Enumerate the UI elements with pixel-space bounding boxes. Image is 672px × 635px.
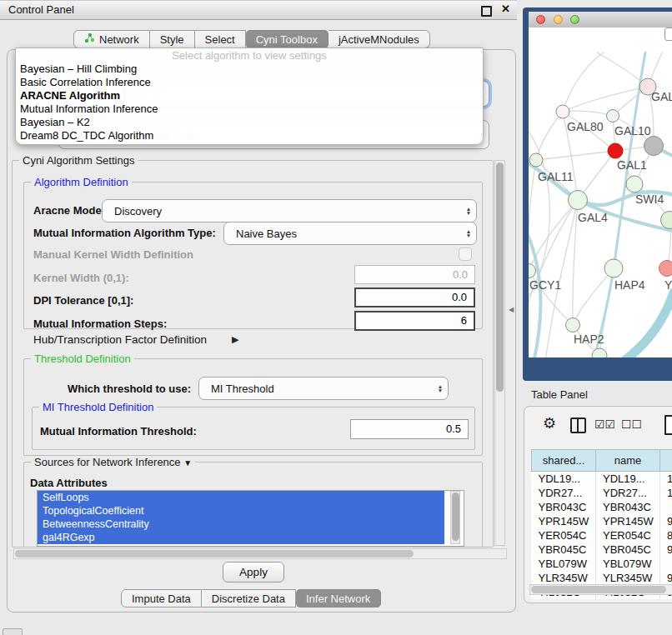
network-scrollbar-fragment[interactable] (664, 28, 672, 41)
bottom-tab-bar: Impute DataDiscretize DataInfer Network (121, 589, 381, 608)
scrollbar-thumb[interactable] (531, 586, 666, 593)
mi-algorithm-type-label: Mutual Information Algorithm Type: (33, 227, 216, 239)
table-row[interactable]: YBR045CYBR045C9. (532, 542, 672, 557)
network-node-label-gal10: GAL10 (614, 124, 651, 138)
mi-threshold-field[interactable]: 0.5 (350, 419, 469, 439)
algorithm-option-mutual-information-inference[interactable]: Mutual Information Inference (16, 102, 483, 116)
kernel-width-field[interactable]: 0.0 (354, 265, 475, 284)
network-node[interactable] (644, 137, 664, 156)
tab-label: Select (205, 33, 235, 46)
network-node-gal1[interactable] (608, 143, 623, 158)
sources-title[interactable]: Sources for Network Inference ▼ (31, 456, 195, 468)
collapsed-arrow-icon[interactable]: ▶ (232, 334, 238, 345)
panel-splitter-collapse-icon[interactable]: ◀ (509, 306, 514, 313)
top-tab-bar: NetworkStyleSelectCyni ToolboxjActiveMNo… (73, 30, 430, 48)
tab-infer-network[interactable]: Infer Network (296, 589, 381, 608)
attribute-item-selfloops[interactable]: SelfLoops (38, 491, 444, 504)
scrollbar-thumb[interactable] (452, 492, 459, 541)
tab-style[interactable]: Style (150, 30, 195, 48)
network-node-gal11[interactable] (529, 153, 543, 167)
table-horizontal-scrollbar[interactable] (529, 584, 672, 595)
control-panel-title: Control Panel (8, 1, 74, 19)
gear-icon[interactable]: ⚙ (543, 414, 556, 432)
column-header-name[interactable]: name (596, 450, 660, 472)
control-panel-titlebar: Control Panel ✕ (0, 0, 517, 20)
network-view-canvas[interactable]: GAL8GAL80GAL10GAL1GAL11SWI4GAL4GCY1HAP4Y… (529, 28, 672, 358)
table-cell: 9. (660, 514, 672, 528)
scrollbar-thumb[interactable] (15, 550, 414, 558)
attribute-item-topologicalcoefficient[interactable]: TopologicalCoefficient (38, 504, 444, 518)
network-node-swi4[interactable] (626, 176, 643, 192)
attribute-item-betweennesscentrality[interactable]: BetweennessCentrality (38, 518, 444, 531)
table-row[interactable]: YER054CYER054C8. (532, 528, 672, 542)
attributes-list-scrollbar[interactable] (450, 491, 460, 544)
table-cell: 9. (660, 542, 672, 557)
network-node-label-hap4: HAP4 (614, 278, 645, 292)
dpi-tolerance-field[interactable]: 0.0 (354, 288, 475, 308)
zoom-traffic-light-icon[interactable] (570, 15, 579, 24)
network-node-hap2[interactable] (566, 318, 580, 332)
hub-definition-label[interactable]: Hub/Transcription Factor Definition (33, 333, 207, 346)
minimize-traffic-light-icon[interactable] (554, 15, 563, 24)
manual-kernel-width-label: Manual Kernel Width Definition (33, 248, 193, 261)
attribute-item-gal4rgexp[interactable]: gal4RGexp (38, 531, 444, 544)
algorithm-option-dream8-dc-tdc-algorithm[interactable]: Dream8 DC_TDC Algorithm (16, 129, 483, 142)
mi-steps-label: Mutual Information Steps: (33, 318, 167, 330)
table-row[interactable]: YDR27...YDR27...12 (532, 486, 672, 500)
file-icon[interactable] (664, 415, 672, 435)
algorithm-option-basic-correlation-inference[interactable]: Basic Correlation Inference (16, 76, 483, 89)
algorithm-option-bayesian-hill-climbing[interactable]: Bayesian – Hill Climbing (16, 62, 483, 76)
table-panel-title: Table Panel (531, 388, 588, 401)
tab-network[interactable]: Network (73, 30, 150, 48)
close-icon[interactable]: ✕ (501, 2, 510, 15)
aracne-mode-combobox[interactable]: Discovery ▲▼ (102, 199, 477, 222)
scrollbar-thumb[interactable] (496, 162, 504, 392)
table-header-row[interactable]: shared...nameA (532, 450, 672, 472)
network-node-hap4[interactable] (604, 259, 623, 278)
network-node-y[interactable] (659, 261, 672, 277)
select-all-icon[interactable]: ☑☑ (594, 418, 615, 431)
network-node[interactable] (661, 212, 672, 229)
network-node-label-swi4: SWI4 (635, 192, 664, 206)
window-fragment (3, 628, 23, 635)
settings-horizontal-scrollbar[interactable] (13, 548, 507, 559)
network-node[interactable] (592, 348, 607, 358)
algorithm-option-bayesian-k2[interactable]: Bayesian – K2 (16, 116, 483, 129)
kernel-width-label: Kernel Width (0,1): (33, 272, 129, 284)
close-traffic-light-icon[interactable] (536, 15, 545, 24)
table-row[interactable]: YDL19...YDL19...13 (532, 472, 672, 487)
network-node-gal80[interactable] (556, 105, 569, 118)
manual-kernel-width-checkbox[interactable] (459, 248, 472, 261)
network-node-gal4[interactable] (569, 191, 588, 210)
apply-button[interactable]: Apply (223, 562, 284, 582)
data-attributes-label: Data Attributes (30, 477, 108, 489)
network-node-label-gal11: GAL11 (538, 170, 574, 183)
tab-discretize-data[interactable]: Discretize Data (202, 589, 296, 608)
aracne-mode-label: Aracne Mode: (33, 204, 105, 217)
column-header-a[interactable]: A (660, 450, 672, 472)
algorithm-definition-title: Algorithm Definition (31, 176, 132, 188)
float-window-icon[interactable] (481, 6, 492, 17)
which-threshold-combobox[interactable]: MI Threshold ▲▼ (198, 377, 449, 400)
settings-vertical-scrollbar[interactable] (494, 160, 505, 546)
network-node-gal10[interactable] (607, 110, 619, 122)
deselect-all-icon[interactable]: ☐☐ (621, 418, 642, 431)
column-header-shared[interactable]: shared... (532, 450, 596, 472)
table-row[interactable]: YBR043CYBR043C (532, 500, 672, 514)
data-attributes-list[interactable]: SelfLoopsTopologicalCoefficientBetweenne… (37, 490, 464, 547)
mi-steps-field[interactable]: 6 (354, 311, 475, 331)
table-cell (660, 500, 672, 514)
algorithm-option-aracne-algorithm[interactable]: ARACNE Algorithm (16, 89, 483, 102)
tab-select[interactable]: Select (195, 30, 246, 48)
tab-impute-data[interactable]: Impute Data (121, 589, 202, 608)
table-row[interactable]: YPR145WYPR145W9. (532, 514, 672, 528)
table-row[interactable]: YLR345WYLR345W9. (532, 571, 672, 585)
network-window-titlebar[interactable] (529, 12, 672, 28)
table-cell: YBR043C (532, 500, 596, 514)
tab-cyni-toolbox[interactable]: Cyni Toolbox (246, 30, 328, 48)
network-node-gcy1[interactable] (529, 264, 536, 278)
columns-icon[interactable] (570, 418, 586, 433)
table-row[interactable]: YBL079WYBL079W (532, 557, 672, 571)
tab-jactivemnodules[interactable]: jActiveMNodules (328, 30, 430, 48)
mi-algorithm-type-combobox[interactable]: Naive Bayes ▲▼ (223, 222, 477, 245)
